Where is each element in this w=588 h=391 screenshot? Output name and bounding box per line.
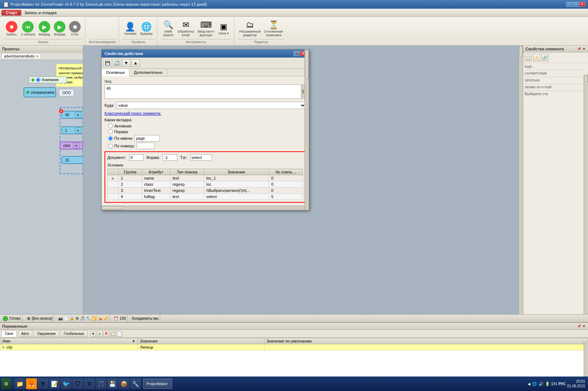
props-pin-btn[interactable]: 📌 bbox=[577, 47, 581, 51]
taskbar-icon-bird[interactable]: 🐦 bbox=[61, 378, 72, 389]
taskbar-icon-tool[interactable]: 🔧 bbox=[130, 378, 141, 389]
from-start-button[interactable]: ⏮ С начала bbox=[20, 20, 37, 37]
classic-search-link[interactable]: Классический поиск элемента: bbox=[105, 111, 161, 115]
add-var-btn[interactable]: + bbox=[97, 331, 103, 337]
dialog-save-btn[interactable]: 💾 bbox=[103, 59, 112, 67]
node-click[interactable]: click B bbox=[60, 142, 83, 150]
intelli-search-button[interactable]: 🔍 IntelliSearch bbox=[161, 20, 175, 38]
props-icon-1[interactable]: 📋 bbox=[525, 54, 532, 61]
tray-icon-network[interactable]: 🌐 bbox=[532, 382, 537, 386]
dialog-refresh-btn[interactable]: 🔄 bbox=[112, 59, 121, 67]
taskbar-icon-app2[interactable]: ≡ bbox=[84, 378, 95, 389]
vars-tab-env[interactable]: Окружение bbox=[34, 331, 59, 337]
human-button[interactable]: 👤 Человек bbox=[123, 21, 138, 36]
dialog-tab-advanced[interactable]: Дополнительно bbox=[129, 69, 167, 76]
node-15[interactable]: 15 bbox=[61, 156, 83, 164]
node-40[interactable]: 40 B bbox=[61, 111, 83, 119]
condition-row-4[interactable]: 4 fulltag text select 5 bbox=[108, 194, 303, 200]
vars-vscrollbar[interactable] bbox=[584, 341, 588, 377]
start-button[interactable]: ⊞ bbox=[1, 378, 11, 389]
delayed-button[interactable]: ⏳ Отложеннаяотрисовка bbox=[263, 20, 284, 38]
tray-arrow[interactable]: ◀ bbox=[528, 382, 531, 386]
form-input[interactable] bbox=[163, 154, 177, 161]
tag-input[interactable] bbox=[190, 154, 212, 161]
dialog-scrollbar[interactable] bbox=[304, 50, 309, 210]
captcha-button[interactable]: ⌨ Ввод каптчвручную bbox=[196, 20, 216, 38]
condition-row-2[interactable]: 2 class regexp loc 0 bbox=[108, 181, 303, 188]
taskbar-icon-box[interactable]: 📦 bbox=[119, 378, 129, 389]
forward2-button[interactable]: ▶ Вперед bbox=[52, 20, 67, 37]
maximize-button[interactable]: □ bbox=[573, 2, 579, 7]
taskbar-icon-notepad[interactable]: 📝 bbox=[49, 378, 60, 389]
byname-input[interactable] bbox=[135, 135, 160, 142]
menu-start[interactable]: Старт bbox=[1, 10, 21, 16]
vars-close-btn[interactable]: ✕ bbox=[582, 324, 586, 328]
taskbar-icon-music[interactable]: 🎵 bbox=[95, 378, 106, 389]
node-company-radio[interactable] bbox=[36, 77, 41, 82]
taskbar-icon-antivirus[interactable]: 🛡 bbox=[72, 378, 83, 389]
canvas-vscrollbar[interactable] bbox=[519, 46, 523, 318]
scroll-down-btn[interactable]: ▼ bbox=[302, 92, 304, 94]
minimize-button[interactable]: ─ bbox=[566, 2, 572, 7]
vars-tab-own[interactable]: Свои bbox=[1, 331, 17, 337]
props-label-2: соответствие bbox=[525, 71, 587, 75]
tray-icon-power[interactable]: 🔋 bbox=[545, 382, 550, 386]
radio-first-input[interactable] bbox=[108, 129, 113, 134]
condition-row-1[interactable]: ▶ 1 name text loc_1 0 bbox=[108, 175, 303, 181]
windows-button[interactable]: ▣ Окна ▾ bbox=[217, 21, 231, 36]
node-companyname[interactable]: companyname bbox=[24, 87, 56, 97]
bynumber-input[interactable] bbox=[137, 143, 155, 149]
props-close-btn[interactable]: ✕ bbox=[582, 47, 586, 51]
tray-icon-sound[interactable]: 🔊 bbox=[538, 382, 544, 386]
dialog-hscrollbar[interactable] bbox=[102, 206, 309, 210]
props-vscrollbar[interactable] bbox=[584, 75, 588, 322]
radio-byname-input[interactable] bbox=[108, 136, 113, 141]
email-button[interactable]: ✉ Обработкаemail bbox=[176, 20, 195, 38]
canvas-vscroll-thumb[interactable] bbox=[519, 46, 523, 57]
filter-btn[interactable]: ▼ bbox=[90, 331, 96, 337]
props-icon-2[interactable]: ⚡ bbox=[533, 54, 540, 61]
vars-pin-btn[interactable]: 📌 bbox=[577, 324, 581, 328]
menu-record-debug[interactable]: Запись и отладка bbox=[21, 10, 59, 16]
forward1-button[interactable]: ▶ Вперед bbox=[37, 20, 52, 37]
taskbar-running-app[interactable]: ProjectMaker bbox=[143, 379, 172, 389]
props-scroll-thumb[interactable] bbox=[584, 75, 588, 82]
stop-button[interactable]: ⏹ Стоп bbox=[68, 20, 82, 37]
paste-var-btn[interactable]: 📄 bbox=[116, 331, 122, 337]
vars-tab-global[interactable]: Глобальные bbox=[60, 331, 88, 337]
props-icon-3[interactable]: 🔗 bbox=[541, 54, 549, 61]
var-row-city[interactable]: ▶ city Липецк bbox=[0, 344, 588, 350]
dialog-tab-basic[interactable]: Основные bbox=[102, 69, 129, 76]
taskbar-icon-vm[interactable]: 💾 bbox=[107, 378, 118, 389]
condition-row-3[interactable]: 3 InnerText regexp \\Выбрать\регион\|'|n… bbox=[108, 188, 303, 194]
del-var-btn[interactable]: ✕ bbox=[103, 331, 109, 337]
dialog-hscroll-thumb[interactable] bbox=[102, 206, 124, 210]
project-tab-close[interactable]: × bbox=[36, 54, 38, 58]
what-input[interactable]: 40 bbox=[105, 84, 306, 99]
taskbar-icon-firefox[interactable]: 🦊 bbox=[26, 378, 37, 389]
dialog-down-btn[interactable]: ▼ bbox=[122, 59, 131, 67]
node-ooo[interactable]: ООО bbox=[59, 89, 74, 96]
tray-icon-en[interactable]: EN bbox=[551, 382, 557, 386]
node-1[interactable]: 1 B bbox=[61, 126, 83, 134]
where-select[interactable]: value bbox=[116, 102, 306, 109]
copy-var-btn[interactable]: 📋 bbox=[110, 331, 116, 337]
vars-tab-auto[interactable]: Авто bbox=[18, 331, 33, 337]
project-tab[interactable]: advertisementAvito × bbox=[1, 53, 41, 59]
taskbar-icon-cursor[interactable]: 🖱 bbox=[38, 378, 48, 389]
radio-active-input[interactable] bbox=[108, 123, 113, 128]
taskbar-icon-explorer[interactable]: 📁 bbox=[14, 378, 25, 389]
doc-input[interactable] bbox=[129, 154, 144, 161]
captcha-icon: ⌨ bbox=[200, 20, 212, 30]
extended-editor-button[interactable]: 🗂 Расширенныйредактор bbox=[238, 20, 262, 38]
toolbar-group-editor: 🗂 Расширенныйредактор ⏳ Отложеннаяотрисо… bbox=[235, 17, 287, 45]
node-company[interactable]: Компания bbox=[29, 76, 67, 83]
radio-bynumber-input[interactable] bbox=[108, 144, 113, 148]
dialog-pin-button[interactable]: 📌 bbox=[294, 51, 299, 56]
browser-button[interactable]: 🌐 Браузер bbox=[139, 21, 154, 36]
record-button[interactable]: ⏺ Запись bbox=[4, 20, 19, 37]
doc-form-tag-row: Документ: Форма: Тэг: bbox=[107, 154, 303, 161]
close-button[interactable]: ✕ bbox=[579, 2, 585, 7]
dialog-up-btn[interactable]: ▲ bbox=[131, 59, 140, 67]
dialog-scroll-thumb[interactable] bbox=[305, 50, 309, 79]
